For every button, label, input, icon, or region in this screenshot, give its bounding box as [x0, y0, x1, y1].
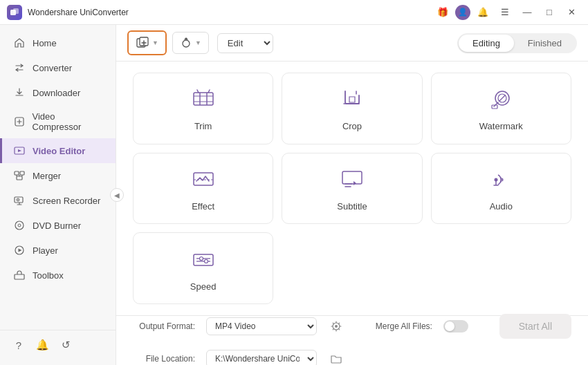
app-title: Wondershare UniConverter: [28, 8, 129, 17]
tab-finished[interactable]: Finished: [514, 35, 576, 52]
rotate-chevron: ▼: [195, 39, 201, 46]
sidebar-item-dvd-burner[interactable]: DVD Burner: [0, 213, 116, 238]
maximize-button[interactable]: □: [540, 3, 559, 22]
watermark-card[interactable]: Watermark: [431, 73, 571, 144]
sidebar-label-merger: Merger: [33, 171, 61, 181]
converter-icon: [13, 62, 26, 74]
add-files-button[interactable]: ▼: [127, 30, 167, 55]
gift-icon[interactable]: 🎁: [433, 3, 452, 22]
tab-group: Editing Finished: [457, 33, 577, 53]
output-format-label: Output Format:: [133, 321, 195, 331]
watermark-icon: [486, 85, 515, 114]
sidebar-item-video-editor[interactable]: Video Editor: [0, 138, 116, 163]
subtitle-label: Subtitle: [337, 201, 367, 212]
sidebar-label-video-compressor: Video Compressor: [33, 111, 104, 132]
video-editor-icon: [13, 144, 26, 157]
sidebar-item-screen-recorder[interactable]: Screen Recorder: [0, 188, 116, 213]
toolbar: ▼ ▼ Edit Rotate Flip Editing Finished: [116, 25, 588, 62]
trim-card[interactable]: Trim: [133, 73, 273, 144]
sidebar-item-downloader[interactable]: Downloader: [0, 80, 116, 105]
toolbox-icon: [13, 269, 26, 281]
trim-icon: [189, 85, 218, 114]
effect-label: Effect: [192, 201, 214, 212]
file-location-label: File Location:: [133, 354, 195, 364]
bottom-bar: Output Format: MP4 Video AVI Video MOV V…: [116, 315, 588, 365]
svg-rect-31: [194, 254, 213, 265]
crop-label: Crop: [342, 121, 362, 131]
sidebar-bottom: ? 🔔 ↺: [0, 330, 116, 359]
audio-card[interactable]: Audio: [431, 153, 571, 225]
svg-marker-20: [349, 97, 355, 102]
app-logo: [7, 5, 22, 20]
sidebar-label-toolbox: Toolbox: [33, 270, 64, 281]
sidebar-label-screen-recorder: Screen Recorder: [33, 196, 100, 206]
sidebar-item-player[interactable]: Player: [0, 238, 116, 263]
speed-label: Speed: [190, 281, 217, 292]
main-layout: Home Converter Downloader: [0, 25, 588, 365]
bell-icon[interactable]: 🔔: [473, 3, 493, 22]
svg-point-37: [335, 325, 338, 328]
speed-card[interactable]: Speed: [133, 232, 273, 304]
sidebar-label-converter: Converter: [33, 63, 72, 73]
sidebar-item-converter[interactable]: Converter: [0, 55, 116, 80]
user-avatar[interactable]: 👤: [455, 5, 470, 20]
close-button[interactable]: ✕: [562, 3, 581, 22]
merge-toggle[interactable]: [443, 320, 468, 333]
sidebar-label-player: Player: [33, 245, 58, 256]
output-settings-icon[interactable]: [328, 318, 344, 335]
subtitle-card[interactable]: Subtitle: [282, 153, 422, 225]
dvd-burner-icon: [13, 219, 26, 232]
sidebar-item-merger[interactable]: Merger: [0, 163, 116, 188]
svg-rect-4: [15, 171, 19, 175]
effect-card[interactable]: Effect: [133, 153, 273, 225]
window-controls: 🎁 👤 🔔 ☰ — □ ✕: [433, 3, 581, 22]
svg-rect-6: [17, 176, 22, 180]
compressor-icon: [13, 115, 26, 128]
audio-label: Audio: [490, 201, 513, 212]
minimize-button[interactable]: —: [517, 3, 537, 22]
menu-icon[interactable]: ☰: [495, 3, 515, 22]
crop-card[interactable]: Crop: [282, 73, 422, 144]
add-files-chevron: ▼: [152, 39, 158, 46]
bottom-row-1: Output Format: MP4 Video AVI Video MOV V…: [133, 314, 571, 339]
svg-rect-7: [15, 197, 23, 203]
notification-icon[interactable]: 🔔: [35, 337, 50, 353]
player-icon: [13, 244, 26, 256]
sidebar-label-home: Home: [33, 38, 57, 48]
sidebar-label-video-editor: Video Editor: [33, 146, 85, 156]
rotate-button[interactable]: ▼: [172, 32, 209, 54]
trim-label: Trim: [194, 121, 212, 131]
home-icon: [13, 37, 26, 49]
feedback-icon[interactable]: ↺: [58, 337, 73, 353]
content-area: ▼ ▼ Edit Rotate Flip Editing Finished: [116, 25, 588, 365]
help-icon[interactable]: ?: [11, 337, 26, 353]
svg-point-35: [204, 259, 208, 263]
edit-select[interactable]: Edit Rotate Flip: [217, 33, 273, 53]
svg-rect-26: [342, 171, 362, 184]
sidebar-collapse-button[interactable]: ◀: [110, 188, 124, 202]
svg-rect-13: [15, 274, 24, 279]
svg-point-10: [15, 221, 24, 230]
screen-recorder-icon: [13, 194, 26, 207]
audio-icon: [486, 165, 515, 194]
sidebar-item-video-compressor[interactable]: Video Compressor: [0, 105, 116, 138]
start-all-button[interactable]: Start All: [499, 314, 571, 339]
svg-point-11: [18, 224, 21, 227]
folder-icon[interactable]: [328, 350, 344, 366]
sidebar-label-dvd-burner: DVD Burner: [33, 221, 81, 231]
file-location-select[interactable]: K:\Wondershare UniConverter: [206, 350, 317, 366]
merge-all-files-label: Merge All Files:: [376, 321, 432, 331]
bottom-row-2: File Location: K:\Wondershare UniConvert…: [133, 350, 571, 366]
svg-rect-5: [20, 171, 24, 175]
crop-icon: [338, 85, 367, 114]
svg-point-16: [183, 40, 190, 47]
tab-editing[interactable]: Editing: [459, 35, 514, 52]
subtitle-icon: [338, 165, 367, 194]
sidebar-item-toolbox[interactable]: Toolbox: [0, 263, 116, 288]
output-format-select[interactable]: MP4 Video AVI Video MOV Video MKV Video: [206, 317, 317, 335]
svg-rect-17: [194, 93, 213, 105]
svg-point-34: [199, 256, 203, 260]
sidebar-item-home[interactable]: Home: [0, 30, 116, 55]
sidebar-label-downloader: Downloader: [33, 88, 80, 98]
sidebar: Home Converter Downloader: [0, 25, 116, 365]
